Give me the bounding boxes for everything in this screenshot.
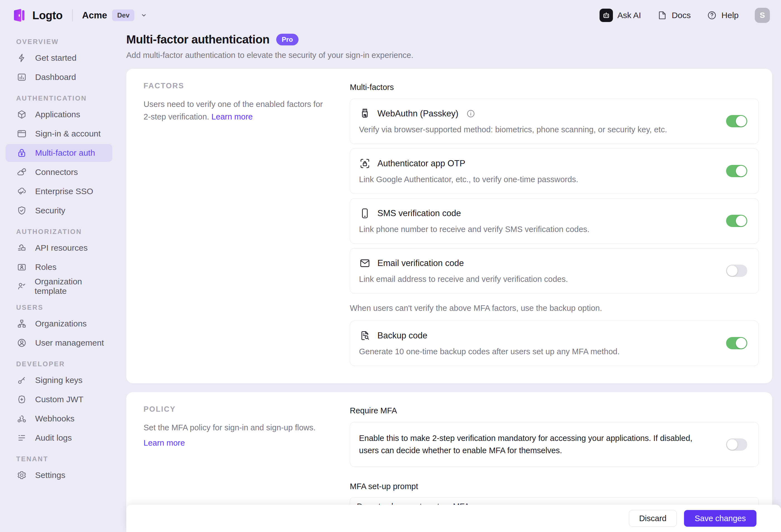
sidebar-item-dashboard[interactable]: Dashboard xyxy=(6,68,112,86)
sidebar-section-developer: DEVELOPER xyxy=(16,360,126,368)
require-mfa-toggle[interactable] xyxy=(726,438,747,451)
sidebar-item-label: Webhooks xyxy=(35,414,74,424)
sidebar-item-signing-keys[interactable]: Signing keys xyxy=(6,371,112,389)
factor-title: WebAuthn (Passkey) xyxy=(377,108,458,119)
authenticator-otp-icon xyxy=(359,158,371,169)
sidebar-item-label: User management xyxy=(35,338,104,348)
page-title: Multi-factor authentication xyxy=(126,33,270,46)
require-mfa-row: Enable this to make 2-step verification … xyxy=(350,422,759,467)
email-toggle[interactable] xyxy=(726,265,747,277)
lightning-icon xyxy=(17,53,27,63)
backup-code-icon xyxy=(359,330,371,342)
sidebar-item-security[interactable]: Security xyxy=(6,202,112,220)
cube-icon xyxy=(17,109,27,120)
mfa-setup-prompt-label: MFA set-up prompt xyxy=(350,482,759,491)
main-content: Multi-factor authentication Pro Add mult… xyxy=(126,31,781,532)
sidebar-item-connectors[interactable]: Connectors xyxy=(6,163,112,181)
sidebar-item-user-management[interactable]: User management xyxy=(6,334,112,352)
ask-ai-icon xyxy=(600,9,613,22)
webauthn-toggle[interactable] xyxy=(726,115,747,127)
browser-icon xyxy=(17,129,27,139)
connectors-icon xyxy=(17,167,27,177)
sidebar-item-get-started[interactable]: Get started xyxy=(6,49,112,67)
list-icon xyxy=(17,433,27,443)
sidebar-item-multi-factor-auth[interactable]: Multi-factor auth xyxy=(6,144,112,162)
factor-row-authenticator-otp: Authenticator app OTP Link Google Authen… xyxy=(350,148,759,194)
factors-card: FACTORS Users need to verify one of the … xyxy=(126,69,772,383)
docs-button[interactable]: Docs xyxy=(657,10,691,20)
sms-toggle[interactable] xyxy=(726,215,747,227)
factor-title: SMS verification code xyxy=(377,208,461,218)
lock-icon xyxy=(17,148,27,158)
avatar[interactable]: S xyxy=(755,8,770,23)
cloud-key-icon xyxy=(17,186,27,196)
sidebar-item-webhooks[interactable]: Webhooks xyxy=(6,410,112,428)
tenant-selector[interactable]: Acme Dev xyxy=(82,9,149,21)
factors-section-label: FACTORS xyxy=(143,82,328,90)
gear-icon xyxy=(17,470,27,480)
factor-description: Generate 10 one-time backup codes after … xyxy=(359,347,709,356)
shield-check-icon xyxy=(17,206,27,216)
sidebar-item-roles[interactable]: Roles xyxy=(6,258,112,276)
factor-title: Backup code xyxy=(377,330,427,341)
logto-logo-icon xyxy=(11,7,27,24)
sidebar-section-tenant: TENANT xyxy=(16,455,126,463)
dashboard-icon xyxy=(17,72,27,82)
factors-section-description: Users need to verify one of the enabled … xyxy=(143,98,326,123)
sidebar-item-label: Get started xyxy=(35,53,76,63)
help-label: Help xyxy=(722,11,739,20)
sidebar-item-api-resources[interactable]: API resources xyxy=(6,239,112,257)
sidebar-item-label: API resources xyxy=(35,243,87,253)
save-changes-button[interactable]: Save changes xyxy=(684,510,756,527)
ask-ai-button[interactable]: Ask AI xyxy=(600,9,641,22)
info-icon[interactable] xyxy=(466,109,475,118)
sidebar-item-organization-template[interactable]: Organization template xyxy=(6,277,112,295)
sidebar-item-organizations[interactable]: Organizations xyxy=(6,315,112,332)
person-check-icon xyxy=(17,281,26,291)
logto-brand[interactable]: Logto xyxy=(11,7,63,24)
sidebar-item-settings[interactable]: Settings xyxy=(6,466,112,484)
factor-title: Authenticator app OTP xyxy=(377,159,465,169)
factors-learn-more-link[interactable]: Learn more xyxy=(211,112,252,121)
sidebar-item-sign-in-account[interactable]: Sign-in & account xyxy=(6,125,112,143)
api-resources-icon xyxy=(17,243,27,253)
require-mfa-description: Enable this to make 2-step verification … xyxy=(359,432,726,456)
sidebar-item-applications[interactable]: Applications xyxy=(6,105,112,123)
multi-factors-label: Multi-factors xyxy=(350,83,759,92)
sidebar-section-overview: OVERVIEW xyxy=(16,38,126,46)
roles-icon xyxy=(17,262,27,272)
brand-name: Logto xyxy=(32,9,63,22)
org-tree-icon xyxy=(17,319,27,329)
factor-description: Verify via browser-supported method: bio… xyxy=(359,125,709,134)
env-badge: Dev xyxy=(112,9,134,21)
chevron-down-icon xyxy=(139,11,148,20)
sidebar-item-label: Organizations xyxy=(35,319,87,328)
help-button[interactable]: Help xyxy=(707,10,739,20)
topbar: Logto Acme Dev Ask AI Docs He xyxy=(0,0,781,31)
authenticator-otp-toggle[interactable] xyxy=(726,165,747,177)
user-circle-icon xyxy=(17,338,27,348)
sidebar-item-audit-logs[interactable]: Audit logs xyxy=(6,429,112,447)
policy-section-label: POLICY xyxy=(143,405,328,414)
sidebar-item-label: Enterprise SSO xyxy=(35,187,93,196)
sidebar-item-label: Custom JWT xyxy=(35,395,83,404)
sidebar-item-label: Roles xyxy=(35,262,56,272)
factor-title: Email verification code xyxy=(377,258,464,268)
factor-row-webauthn: WebAuthn (Passkey) Verify via browser-su… xyxy=(350,99,759,144)
docs-label: Docs xyxy=(672,11,691,20)
sidebar-item-custom-jwt[interactable]: Custom JWT xyxy=(6,391,112,408)
ask-ai-label: Ask AI xyxy=(617,11,641,20)
key-icon xyxy=(17,375,27,385)
action-bar: Discard Save changes xyxy=(126,505,781,532)
factor-description: Link Google Authenticator, etc., to veri… xyxy=(359,175,709,184)
discard-button[interactable]: Discard xyxy=(629,510,677,527)
backup-code-toggle[interactable] xyxy=(726,337,747,349)
page-subtitle: Add multi-factor authentication to eleva… xyxy=(126,51,772,60)
sidebar-section-users: USERS xyxy=(16,304,126,311)
sidebar: OVERVIEW Get started Dashboard AUTHENTIC… xyxy=(0,31,126,486)
sidebar-item-enterprise-sso[interactable]: Enterprise SSO xyxy=(6,182,112,200)
policy-learn-more-link[interactable]: Learn more xyxy=(143,437,326,449)
factor-row-backup-code: Backup code Generate 10 one-time backup … xyxy=(350,321,759,366)
sidebar-item-label: Sign-in & account xyxy=(35,129,100,138)
jwt-seal-icon xyxy=(17,394,27,404)
